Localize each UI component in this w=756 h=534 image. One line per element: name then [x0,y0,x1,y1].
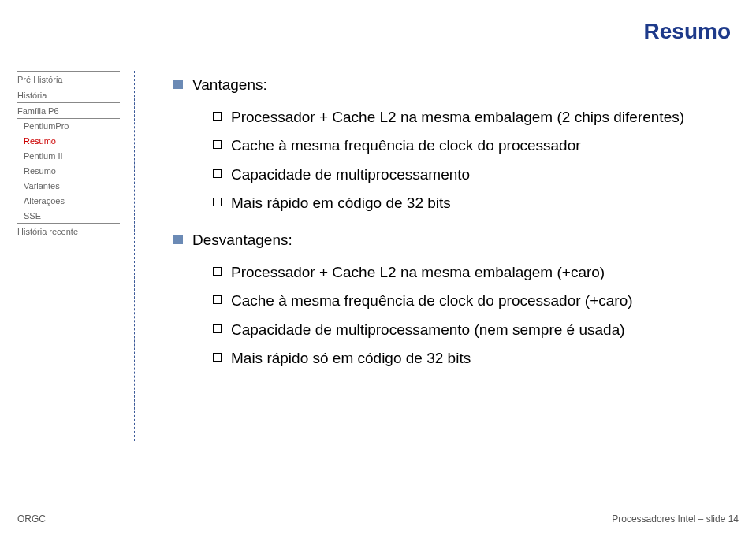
sidebar-item-historia-recente[interactable]: História recente [17,223,120,239]
sidebar-item-alteracoes[interactable]: Alterações [17,193,120,208]
vantagem-text: Cache à mesma frequência de clock do pro… [231,135,581,157]
sidebar-item-resumo-current[interactable]: Resumo [17,133,120,148]
hollow-square-icon [213,353,222,362]
sidebar-item-pre-historia[interactable]: Pré História [17,71,120,87]
vantagem-item: Cache à mesma frequência de clock do pro… [213,135,709,157]
footer-right: Processadores Intel – slide 14 [612,514,739,525]
vantagens-label: Vantagens: [192,75,267,96]
slide-title: Resumo [644,19,731,44]
footer-left: ORGC [17,514,46,525]
content-area: Vantagens: Processador + Cache L2 na mes… [173,75,709,377]
desvantagem-text: Mais rápido só em código de 32 bits [231,348,471,369]
hollow-square-icon [213,324,222,333]
desvantagem-item: Processador + Cache L2 na mesma embalage… [213,262,709,284]
sidebar-item-resumo-2[interactable]: Resumo [17,163,120,178]
desvantagem-text: Cache à mesma frequência de clock do pro… [231,291,633,312]
vertical-divider [134,71,135,441]
square-bullet-icon [173,80,183,89]
sidebar-nav: Pré História História Família P6 Pentium… [17,71,120,239]
vantagem-text: Processador + Cache L2 na mesma embalage… [231,107,684,128]
vantagem-text: Mais rápido em código de 32 bits [231,193,451,214]
hollow-square-icon [213,112,222,121]
sidebar-item-variantes[interactable]: Variantes [17,178,120,193]
hollow-square-icon [213,267,222,276]
hollow-square-icon [213,140,222,149]
vantagem-item: Processador + Cache L2 na mesma embalage… [213,107,709,128]
vantagem-item: Capacidade de multiprocessamento [213,165,709,186]
desvantagem-item: Mais rápido só em código de 32 bits [213,348,709,369]
sidebar-item-historia[interactable]: História [17,87,120,103]
hollow-square-icon [213,198,222,206]
desvantagem-item: Cache à mesma frequência de clock do pro… [213,291,709,312]
vantagem-text: Capacidade de multiprocessamento [231,165,470,186]
sidebar-item-familia-p6[interactable]: Família P6 [17,102,120,119]
desvantagem-item: Capacidade de multiprocessamento (nem se… [213,320,709,341]
vantagem-item: Mais rápido em código de 32 bits [213,193,709,214]
vantagens-heading: Vantagens: [173,75,709,96]
desvantagens-heading: Desvantagens: [173,230,709,251]
hollow-square-icon [213,169,222,178]
desvantagens-label: Desvantagens: [192,230,292,251]
desvantagem-text: Processador + Cache L2 na mesma embalage… [231,262,605,284]
sidebar-item-pentiumpro[interactable]: PentiumPro [17,118,120,133]
square-bullet-icon [173,235,183,244]
sidebar-item-pentium-ii[interactable]: Pentium II [17,148,120,163]
hollow-square-icon [213,295,222,304]
sidebar-item-sse[interactable]: SSE [17,208,120,223]
desvantagem-text: Capacidade de multiprocessamento (nem se… [231,320,625,341]
